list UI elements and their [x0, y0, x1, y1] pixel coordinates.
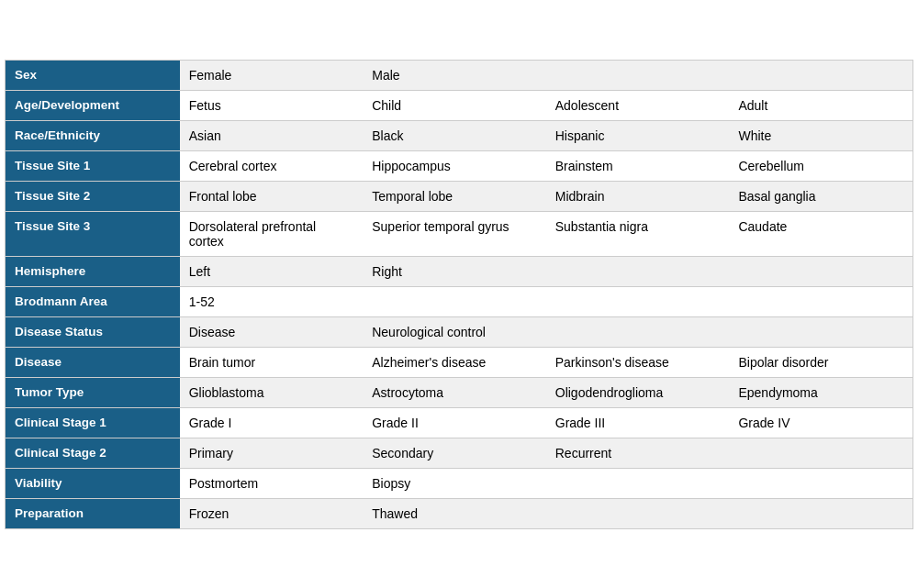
- row-value-brodmann-area-3: [729, 286, 912, 316]
- row-value-disease-2: Parkinson's disease: [546, 347, 730, 377]
- row-label-disease: Disease: [6, 347, 180, 377]
- row-value-age/development-2: Adolescent: [546, 90, 730, 120]
- row-value-viability-0: Postmortem: [180, 468, 364, 498]
- row-value-tissue-site-2-2: Midbrain: [546, 181, 730, 211]
- row-label-tissue-site-3: Tissue Site 3: [6, 211, 180, 256]
- row-label-tissue-site-1: Tissue Site 1: [6, 150, 180, 181]
- row-value-preparation-0: Frozen: [180, 498, 364, 528]
- row-value-disease-0: Brain tumor: [180, 347, 364, 377]
- row-value-brodmann-area-1: [363, 286, 546, 316]
- row-value-clinical-stage-2-3: [729, 438, 912, 468]
- row-value-disease-status-2: [546, 316, 730, 347]
- row-value-disease-status-3: [729, 316, 912, 347]
- row-label-hemisphere: Hemisphere: [6, 256, 180, 286]
- row-value-disease-3: Bipolar disorder: [729, 347, 912, 377]
- row-label-disease-status: Disease Status: [6, 316, 180, 347]
- row-value-preparation-1: Thawed: [363, 498, 546, 528]
- row-value-preparation-2: [546, 498, 730, 528]
- row-value-race/ethnicity-2: Hispanic: [546, 120, 730, 150]
- row-value-clinical-stage-1-2: Grade III: [546, 407, 730, 438]
- row-value-tissue-site-1-3: Cerebellum: [729, 150, 912, 181]
- metadata-table: SexFemaleMaleAge/DevelopmentFetusChildAd…: [5, 60, 913, 529]
- row-value-clinical-stage-1-1: Grade II: [363, 407, 546, 438]
- row-value-tissue-site-3-0: Dorsolateral prefrontal cortex: [180, 211, 364, 256]
- row-value-tissue-site-1-0: Cerebral cortex: [180, 150, 364, 181]
- row-value-race/ethnicity-3: White: [729, 120, 912, 150]
- row-value-sex-3: [729, 61, 912, 91]
- row-value-disease-1: Alzheimer's disease: [363, 347, 546, 377]
- row-value-race/ethnicity-1: Black: [363, 120, 546, 150]
- row-value-age/development-0: Fetus: [180, 90, 364, 120]
- row-value-hemisphere-0: Left: [180, 256, 364, 286]
- row-value-clinical-stage-1-3: Grade IV: [729, 407, 912, 438]
- row-value-clinical-stage-2-1: Secondary: [363, 438, 546, 468]
- row-value-tissue-site-3-1: Superior temporal gyrus: [363, 211, 546, 256]
- row-value-tissue-site-2-1: Temporal lobe: [363, 181, 546, 211]
- row-value-sex-2: [546, 61, 730, 91]
- row-value-tissue-site-3-2: Substantia nigra: [546, 211, 730, 256]
- row-label-viability: Viability: [6, 468, 180, 498]
- row-value-brodmann-area-2: [546, 286, 730, 316]
- row-value-sex-0: Female: [180, 61, 364, 91]
- row-value-tumor-type-3: Ependymoma: [729, 377, 912, 407]
- row-value-brodmann-area-0: 1-52: [180, 286, 364, 316]
- row-value-disease-status-1: Neurological control: [363, 316, 546, 347]
- row-value-tissue-site-1-1: Hippocampus: [363, 150, 546, 181]
- row-value-tissue-site-2-3: Basal ganglia: [729, 181, 912, 211]
- row-label-tumor-type: Tumor Type: [6, 377, 180, 407]
- row-value-clinical-stage-2-2: Recurrent: [546, 438, 730, 468]
- row-value-viability-1: Biopsy: [363, 468, 546, 498]
- row-label-preparation: Preparation: [6, 498, 180, 528]
- row-label-clinical-stage-1: Clinical Stage 1: [6, 407, 180, 438]
- row-label-age/development: Age/Development: [6, 90, 180, 120]
- row-value-tissue-site-2-0: Frontal lobe: [180, 181, 364, 211]
- row-value-viability-2: [546, 468, 730, 498]
- row-value-clinical-stage-2-0: Primary: [180, 438, 364, 468]
- row-value-tumor-type-2: Oligodendroglioma: [546, 377, 730, 407]
- row-value-hemisphere-2: [546, 256, 730, 286]
- row-label-sex: Sex: [6, 61, 180, 91]
- row-value-tumor-type-0: Glioblastoma: [180, 377, 364, 407]
- row-value-preparation-3: [729, 498, 912, 528]
- row-value-hemisphere-3: [729, 256, 912, 286]
- row-value-hemisphere-1: Right: [363, 256, 546, 286]
- row-value-sex-1: Male: [363, 61, 546, 91]
- row-label-brodmann-area: Brodmann Area: [6, 286, 180, 316]
- row-value-viability-3: [729, 468, 912, 498]
- row-label-race/ethnicity: Race/Ethnicity: [6, 120, 180, 150]
- row-value-clinical-stage-1-0: Grade I: [180, 407, 364, 438]
- row-value-age/development-1: Child: [363, 90, 546, 120]
- row-value-tumor-type-1: Astrocytoma: [363, 377, 546, 407]
- row-value-age/development-3: Adult: [729, 90, 912, 120]
- row-value-disease-status-0: Disease: [180, 316, 364, 347]
- row-value-tissue-site-3-3: Caudate: [729, 211, 912, 256]
- row-label-clinical-stage-2: Clinical Stage 2: [6, 438, 180, 468]
- row-value-tissue-site-1-2: Brainstem: [546, 150, 730, 181]
- row-value-race/ethnicity-0: Asian: [180, 120, 364, 150]
- row-label-tissue-site-2: Tissue Site 2: [6, 181, 180, 211]
